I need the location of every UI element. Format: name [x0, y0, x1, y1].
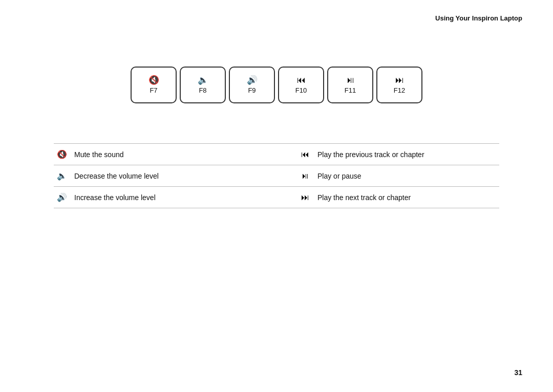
prev-track-icon: ⏮	[297, 76, 306, 84]
vol-down-icon: 🔈	[198, 76, 208, 84]
key-f7-label: F7	[150, 86, 157, 94]
next-track-icon: ⏭	[395, 76, 404, 84]
key-f12: ⏭ F12	[376, 67, 422, 103]
legend-prev-icon: ⏮	[297, 150, 313, 159]
key-f12-label: F12	[394, 86, 405, 94]
legend-row-vol-down: 🔈 Decrease the volume level	[54, 165, 276, 187]
legend-next-text: Play the next track or chapter	[317, 193, 411, 202]
legend-grid: 🔇 Mute the sound ⏮ Play the previous tra…	[54, 144, 499, 208]
legend-vol-up-text: Increase the volume level	[74, 193, 156, 202]
key-f9-label: F9	[248, 86, 256, 94]
vol-up-icon: 🔊	[247, 76, 258, 84]
key-f7: 🔇 F7	[131, 67, 177, 103]
legend-vol-up-icon: 🔊	[54, 192, 70, 202]
legend-row-vol-up: 🔊 Increase the volume level	[54, 187, 276, 208]
page-number: 31	[514, 368, 522, 377]
play-pause-icon: ⏯	[346, 76, 355, 84]
legend-next-icon: ⏭	[297, 193, 313, 202]
legend-vol-down-icon: 🔈	[54, 171, 70, 181]
legend-mute-text: Mute the sound	[74, 150, 124, 159]
legend-row-next: ⏭ Play the next track or chapter	[276, 187, 499, 208]
key-f8: 🔈 F8	[180, 67, 226, 103]
key-f10: ⏮ F10	[278, 67, 324, 103]
legend-vol-down-text: Decrease the volume level	[74, 172, 159, 180]
legend-row-play-pause: ⏯ Play or pause	[276, 165, 499, 187]
page-header-title: Using Your Inspiron Laptop	[435, 14, 522, 22]
keys-row: 🔇 F7 🔈 F8 🔊 F9 ⏮ F10 ⏯ F11 ⏭ F12	[129, 67, 424, 103]
legend-section: 🔇 Mute the sound ⏮ Play the previous tra…	[54, 143, 499, 208]
legend-row-prev: ⏮ Play the previous track or chapter	[276, 144, 499, 165]
key-f10-label: F10	[295, 86, 307, 94]
key-f11-label: F11	[345, 86, 356, 94]
key-f9: 🔊 F9	[229, 67, 275, 103]
mute-icon: 🔇	[148, 76, 159, 84]
legend-prev-text: Play the previous track or chapter	[317, 150, 424, 159]
key-f11: ⏯ F11	[327, 67, 373, 103]
legend-play-pause-icon: ⏯	[297, 171, 313, 181]
legend-mute-icon: 🔇	[54, 149, 70, 159]
legend-row-mute: 🔇 Mute the sound	[54, 144, 276, 165]
legend-play-pause-text: Play or pause	[317, 172, 361, 180]
key-f8-label: F8	[199, 86, 206, 94]
